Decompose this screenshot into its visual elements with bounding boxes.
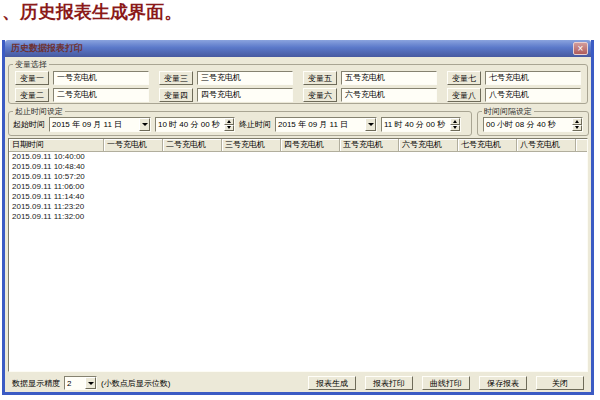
variable-pair-4: 变量四 四号充电机	[159, 88, 293, 102]
spin-down-icon	[453, 126, 457, 129]
variable-4-field[interactable]: 四号充电机	[197, 88, 293, 102]
table-row[interactable]: 2015.09.11 10:40:00	[9, 152, 587, 162]
table-row[interactable]: 2015.09.11 11:14:40	[9, 192, 587, 202]
chevron-down-icon	[88, 382, 94, 385]
variable-2-button[interactable]: 变量二	[15, 88, 49, 102]
header-charger-5[interactable]: 五号充电机	[340, 139, 399, 151]
table-row[interactable]: 2015.09.11 11:06:00	[9, 182, 587, 192]
footer-bar: 数据显示精度 2 (小数点后显示位数) 报表生成 报表打印 曲线打印 保存报表 …	[5, 375, 591, 391]
save-report-button[interactable]: 保存报表	[479, 376, 527, 390]
generate-report-button[interactable]: 报表生成	[308, 376, 356, 390]
variable-pair-5: 变量五 五号充电机	[303, 71, 437, 85]
variable-selection-group: 变量选择 变量一 一号充电机 变量二 二号充电机 变量三 三号充电机 变量四 四…	[8, 59, 588, 104]
interval-group-label: 时间间隔设定	[482, 106, 534, 117]
spin-down-button[interactable]	[450, 125, 460, 132]
variable-8-field[interactable]: 八号充电机	[485, 88, 581, 102]
interval-spinner[interactable]: 00 小时 08 分 40 秒	[483, 117, 583, 132]
variable-3-field[interactable]: 三号充电机	[197, 71, 293, 85]
variable-grid: 变量一 一号充电机 变量二 二号充电机 变量三 三号充电机 变量四 四号充电机 …	[9, 70, 587, 105]
dialog-window: 历史数据报表打印 × 变量选择 变量一 一号充电机 变量二 二号充电机 变量三 …	[2, 40, 594, 395]
interval-updown	[572, 118, 582, 131]
end-date-dropdown-button[interactable]	[365, 118, 376, 131]
print-curve-button[interactable]: 曲线打印	[422, 376, 470, 390]
variable-group-label: 变量选择	[13, 59, 49, 70]
header-charger-3[interactable]: 三号充电机	[222, 139, 281, 151]
spin-down-button[interactable]	[572, 125, 582, 132]
end-time-value: 11 时 40 分 00 秒	[382, 118, 450, 131]
variable-4-button[interactable]: 变量四	[159, 88, 193, 102]
variable-6-field[interactable]: 六号充电机	[341, 88, 437, 102]
spin-down-icon	[227, 126, 231, 129]
header-charger-4[interactable]: 四号充电机	[281, 139, 340, 151]
start-time-label: 起始时间	[13, 119, 45, 130]
precision-label: 数据显示精度	[12, 378, 60, 389]
variable-1-button[interactable]: 变量一	[15, 71, 49, 85]
variable-1-field[interactable]: 一号充电机	[53, 71, 149, 85]
close-dialog-button[interactable]: 关闭	[536, 376, 584, 390]
spin-up-icon	[453, 120, 457, 123]
time-range-row: 起始时间 2015 年 09 月 11 日 10 时 40 分 00 秒 终止时…	[9, 117, 471, 132]
close-button[interactable]: ×	[573, 42, 588, 55]
start-time-value: 10 时 40 分 00 秒	[156, 118, 224, 131]
interval-row: 00 小时 08 分 40 秒	[478, 117, 588, 132]
start-date-combo[interactable]: 2015 年 09 月 11 日	[49, 117, 151, 132]
variable-5-button[interactable]: 变量五	[303, 71, 337, 85]
start-date-dropdown-button[interactable]	[139, 118, 150, 131]
variable-pair-2: 变量二 二号充电机	[15, 88, 149, 102]
spin-up-icon	[575, 120, 579, 123]
variable-pair-8: 变量八 八号充电机	[447, 88, 581, 102]
precision-hint: (小数点后显示位数)	[101, 378, 170, 389]
variable-pair-3: 变量三 三号充电机	[159, 71, 293, 85]
variable-6-button[interactable]: 变量六	[303, 88, 337, 102]
table-row[interactable]: 2015.09.11 10:57:20	[9, 172, 587, 182]
table-row[interactable]: 2015.09.11 11:32:00	[9, 212, 587, 222]
header-charger-8[interactable]: 八号充电机	[517, 139, 576, 151]
interval-group: 时间间隔设定 00 小时 08 分 40 秒	[477, 106, 589, 136]
header-charger-2[interactable]: 二号充电机	[163, 139, 222, 151]
end-time-updown	[450, 118, 460, 131]
variable-5-field[interactable]: 五号充电机	[341, 71, 437, 85]
variable-8-button[interactable]: 变量八	[447, 88, 481, 102]
report-table-body: 2015.09.11 10:40:00 2015.09.11 10:48:40 …	[9, 152, 587, 222]
start-date-value: 2015 年 09 月 11 日	[50, 118, 139, 131]
chevron-down-icon	[142, 123, 148, 126]
header-charger-7[interactable]: 七号充电机	[458, 139, 517, 151]
time-range-group-label: 起止时间设定	[13, 106, 65, 117]
spin-up-icon	[227, 120, 231, 123]
end-date-combo[interactable]: 2015 年 09 月 11 日	[275, 117, 377, 132]
report-table: 日期时间 一号充电机 二号充电机 三号充电机 四号充电机 五号充电机 六号充电机…	[8, 138, 588, 372]
header-datetime[interactable]: 日期时间	[9, 139, 104, 151]
precision-combo[interactable]: 2	[64, 376, 97, 390]
start-time-updown	[224, 118, 234, 131]
variable-pair-6: 变量六 六号充电机	[303, 88, 437, 102]
table-row[interactable]: 2015.09.11 10:48:40	[9, 162, 587, 172]
variable-7-button[interactable]: 变量七	[447, 71, 481, 85]
chevron-down-icon	[368, 123, 374, 126]
footer-buttons: 报表生成 报表打印 曲线打印 保存报表 关闭	[308, 376, 584, 390]
interval-value: 00 小时 08 分 40 秒	[484, 118, 572, 131]
variable-7-field[interactable]: 七号充电机	[485, 71, 581, 85]
header-charger-6[interactable]: 六号充电机	[399, 139, 458, 151]
report-table-header: 日期时间 一号充电机 二号充电机 三号充电机 四号充电机 五号充电机 六号充电机…	[9, 139, 587, 152]
header-filler	[576, 139, 587, 151]
dialog-client-area: 变量选择 变量一 一号充电机 变量二 二号充电机 变量三 三号充电机 变量四 四…	[5, 57, 591, 392]
spin-down-icon	[575, 126, 579, 129]
header-charger-1[interactable]: 一号充电机	[104, 139, 163, 151]
close-icon: ×	[578, 43, 584, 54]
variable-pair-1: 变量一 一号充电机	[15, 71, 149, 85]
end-date-value: 2015 年 09 月 11 日	[276, 118, 365, 131]
spin-down-button[interactable]	[224, 125, 234, 132]
precision-dropdown-button[interactable]	[85, 377, 96, 389]
table-row[interactable]: 2015.09.11 11:23:20	[9, 202, 587, 212]
title-bar[interactable]: 历史数据报表打印 ×	[5, 40, 591, 57]
variable-2-field[interactable]: 二号充电机	[53, 88, 149, 102]
print-report-button[interactable]: 报表打印	[365, 376, 413, 390]
end-time-spinner[interactable]: 11 时 40 分 00 秒	[381, 117, 461, 132]
precision-value: 2	[65, 377, 85, 389]
start-time-spinner[interactable]: 10 时 40 分 00 秒	[155, 117, 235, 132]
window-title: 历史数据报表打印	[11, 42, 573, 55]
end-time-label: 终止时间	[239, 119, 271, 130]
time-range-group: 起止时间设定 起始时间 2015 年 09 月 11 日 10 时 40 分 0…	[8, 106, 472, 136]
variable-pair-7: 变量七 七号充电机	[447, 71, 581, 85]
variable-3-button[interactable]: 变量三	[159, 71, 193, 85]
